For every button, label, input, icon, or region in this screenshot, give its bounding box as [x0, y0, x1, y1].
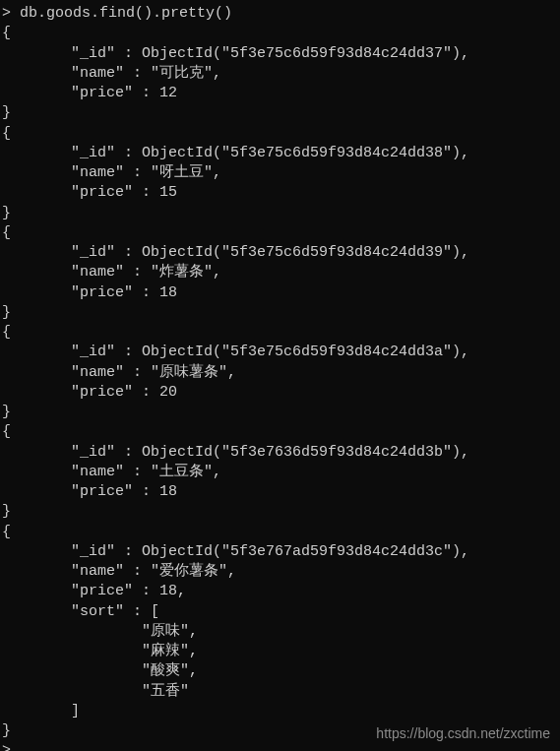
sort-item: "原味", [0, 622, 560, 642]
sort-item: "麻辣", [0, 642, 560, 661]
field-id: "_id" : ObjectId("5f3e75c6d59f93d84c24dd… [0, 144, 560, 163]
field-name: "name" : "爱你薯条", [0, 562, 560, 582]
open-brace: { [0, 223, 560, 243]
command-line: > db.goods.find().pretty() [0, 4, 560, 24]
watermark-text: https://blog.csdn.net/zxctime [376, 724, 550, 743]
field-sort: "sort" : [ [0, 602, 560, 622]
close-brace: } [0, 403, 560, 422]
field-id: "_id" : ObjectId("5f3e7636d59f93d84c24dd… [0, 443, 560, 463]
field-price: "price" : 15 [0, 183, 560, 203]
close-bracket: ] [0, 702, 560, 721]
close-brace: } [0, 303, 560, 323]
field-id: "_id" : ObjectId("5f3e75c6d59f93d84c24dd… [0, 44, 560, 64]
field-price: "price" : 18 [0, 283, 560, 303]
field-name: "name" : "土豆条", [0, 463, 560, 482]
command-text: db.goods.find().pretty() [20, 5, 232, 22]
field-price: "price" : 18, [0, 582, 560, 601]
close-brace: } [0, 502, 560, 522]
close-brace: } [0, 103, 560, 123]
field-name: "name" : "可比克", [0, 64, 560, 84]
field-price: "price" : 20 [0, 383, 560, 403]
sort-item: "酸爽", [0, 661, 560, 681]
field-id: "_id" : ObjectId("5f3e75c6d59f93d84c24dd… [0, 343, 560, 362]
field-name: "name" : "呀土豆", [0, 163, 560, 183]
close-brace: } [0, 204, 560, 223]
field-name: "name" : "炸薯条", [0, 263, 560, 282]
field-name: "name" : "原味薯条", [0, 363, 560, 383]
open-brace: { [0, 323, 560, 343]
prompt-symbol: > [2, 5, 11, 22]
open-brace: { [0, 422, 560, 442]
open-brace: { [0, 124, 560, 144]
field-id: "_id" : ObjectId("5f3e767ad59f93d84c24dd… [0, 542, 560, 562]
field-id: "_id" : ObjectId("5f3e75c6d59f93d84c24dd… [0, 243, 560, 263]
open-brace: { [0, 24, 560, 43]
field-price: "price" : 18 [0, 482, 560, 502]
open-brace: { [0, 523, 560, 542]
terminal-output: > db.goods.find().pretty() { "_id" : Obj… [0, 4, 560, 751]
sort-item: "五香" [0, 682, 560, 702]
field-price: "price" : 12 [0, 84, 560, 103]
